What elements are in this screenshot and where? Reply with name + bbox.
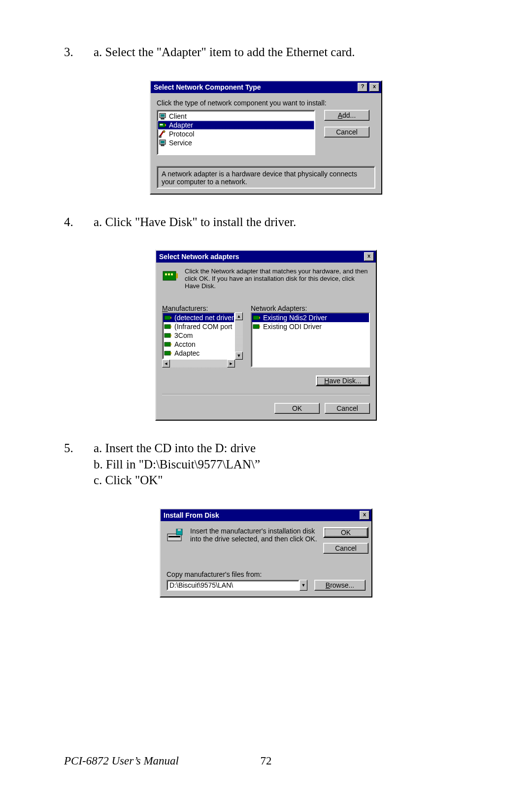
list-item-label: 3Com: [174, 332, 193, 339]
description-text: A network adapter is a hardware device t…: [162, 170, 357, 186]
svg-rect-27: [170, 352, 171, 354]
svg-rect-9: [159, 136, 161, 137]
dialog-select-network-adapters: Select Network adapters x Click the Netw…: [155, 250, 377, 421]
list-item[interactable]: Accton: [163, 340, 234, 349]
step-4-text: a. Click "Have Disk" to install the driv…: [94, 214, 468, 231]
dialog-select-component-type: Select Network Component Type ? x Click …: [150, 80, 382, 195]
list-item[interactable]: (detected net drivers): [163, 313, 234, 322]
list-item-adapter[interactable]: Adapter: [158, 121, 314, 130]
copy-files-from-label: Copy manufacturer's files from:: [166, 570, 307, 578]
step-4: 4. a. Click "Have Disk" to install the d…: [64, 214, 468, 231]
nic-icon: [164, 349, 172, 357]
list-item-label: Existing ODI Driver: [263, 323, 322, 331]
scroll-up-icon[interactable]: ▲: [235, 312, 243, 320]
list-item-client[interactable]: Client: [158, 112, 314, 121]
instruction-text: Click the type of network component you …: [157, 99, 375, 107]
svg-rect-22: [165, 333, 170, 337]
svg-rect-13: [163, 271, 176, 280]
dialog-install-from-disk: Install From Disk x Insert the manufactu…: [160, 508, 372, 598]
step-4-number: 4.: [64, 214, 94, 231]
svg-rect-24: [165, 342, 170, 346]
dropdown-icon[interactable]: ▼: [299, 580, 307, 591]
list-item[interactable]: Adaptec: [163, 349, 234, 358]
svg-rect-16: [168, 273, 170, 275]
list-item[interactable]: Existing ODI Driver: [252, 322, 369, 331]
instruction-text: Insert the manufacturer's installation d…: [190, 527, 317, 554]
ok-button[interactable]: OK: [323, 527, 368, 538]
titlebar: Select Network Component Type ? x: [151, 81, 381, 93]
close-button[interactable]: x: [364, 252, 374, 261]
step-5-text: a. Insert the CD into the D: drive b. Fi…: [94, 440, 468, 489]
ok-button[interactable]: OK: [274, 403, 320, 414]
list-item[interactable]: Existing Ndis2 Driver: [252, 313, 369, 322]
add-button[interactable]: Add...: [324, 110, 369, 121]
scroll-right-icon[interactable]: ►: [227, 360, 235, 367]
step-5-line-a: a. Insert the CD into the D: drive: [94, 440, 468, 457]
svg-rect-33: [168, 536, 180, 537]
svg-rect-6: [162, 124, 163, 125]
svg-rect-35: [178, 529, 181, 531]
step-5-line-c: c. Click "OK": [94, 472, 468, 489]
svg-rect-18: [165, 316, 170, 320]
manufacturers-vscrollbar[interactable]: ▲ ▼: [235, 312, 243, 360]
footer-manual-title: PCI-6872 User’s Manual: [64, 755, 179, 767]
svg-rect-28: [253, 316, 259, 320]
network-adapters-label: Network Adapters:: [251, 304, 370, 312]
path-combobox[interactable]: D:\Biscuit\9575\LAN\ ▼: [166, 580, 307, 591]
step-5-number: 5.: [64, 440, 94, 489]
page-footer: PCI-6872 User’s Manual 72: [64, 755, 468, 767]
svg-rect-15: [165, 273, 167, 275]
svg-rect-30: [253, 325, 259, 329]
step-3-number: 3.: [64, 44, 94, 61]
cancel-button[interactable]: Cancel: [323, 543, 368, 554]
cancel-button[interactable]: Cancel: [325, 403, 370, 414]
have-disk-button[interactable]: Have Disk...: [316, 375, 370, 386]
component-type-list[interactable]: Client Adapter Protocol: [157, 110, 315, 155]
svg-rect-11: [161, 141, 165, 143]
footer-page-number: 72: [261, 755, 272, 767]
scroll-left-icon[interactable]: ◄: [162, 360, 170, 367]
description-box: A network adapter is a hardware device t…: [157, 166, 375, 189]
network-adapters-list[interactable]: Existing Ndis2 Driver Existing ODI Drive…: [251, 312, 370, 367]
nic-icon: [253, 314, 261, 322]
manufacturers-hscrollbar[interactable]: ◄ ►: [162, 360, 243, 367]
scroll-down-icon[interactable]: ▼: [235, 352, 243, 360]
svg-rect-14: [176, 273, 178, 278]
titlebar: Install From Disk x: [161, 509, 371, 521]
nic-icon: [159, 121, 166, 129]
svg-rect-19: [170, 317, 171, 319]
svg-rect-31: [259, 326, 260, 328]
manufacturers-list[interactable]: (detected net drivers) (Infrared COM por…: [162, 312, 235, 360]
nic-large-icon: [162, 267, 179, 284]
svg-rect-17: [171, 273, 173, 275]
svg-rect-1: [161, 114, 165, 117]
help-button[interactable]: ?: [358, 83, 367, 92]
list-item-label: Client: [169, 112, 187, 120]
close-button[interactable]: x: [369, 83, 379, 92]
list-item-protocol[interactable]: Protocol: [158, 130, 314, 138]
svg-rect-21: [170, 326, 171, 328]
monitor-icon: [159, 139, 166, 147]
path-value: D:\Biscuit\9575\LAN\: [169, 581, 233, 589]
browse-button[interactable]: Browse...: [314, 580, 366, 591]
list-item-label: (detected net drivers): [174, 314, 235, 322]
step-3-text: a. Select the "Adapter" item to add the …: [94, 44, 468, 61]
list-item-label: Service: [169, 139, 192, 147]
dialog-title: Install From Disk: [164, 511, 358, 519]
list-item-label: Accton: [174, 340, 196, 348]
list-item[interactable]: (Infrared COM port or do: [163, 322, 234, 331]
dialog-title: Select Network Component Type: [154, 83, 356, 91]
list-item-service[interactable]: Service: [158, 138, 314, 147]
close-button[interactable]: x: [360, 511, 369, 520]
svg-rect-29: [259, 317, 260, 319]
list-item[interactable]: 3Com: [163, 331, 234, 340]
svg-rect-25: [170, 343, 171, 345]
svg-rect-20: [165, 325, 170, 329]
cancel-button[interactable]: Cancel: [324, 127, 369, 137]
svg-rect-26: [165, 351, 170, 355]
svg-rect-12: [161, 145, 164, 146]
floppy-drive-icon: [166, 527, 184, 545]
svg-rect-23: [170, 334, 171, 336]
list-item-label: Adaptec: [174, 349, 200, 357]
step-3: 3. a. Select the "Adapter" item to add t…: [64, 44, 468, 61]
